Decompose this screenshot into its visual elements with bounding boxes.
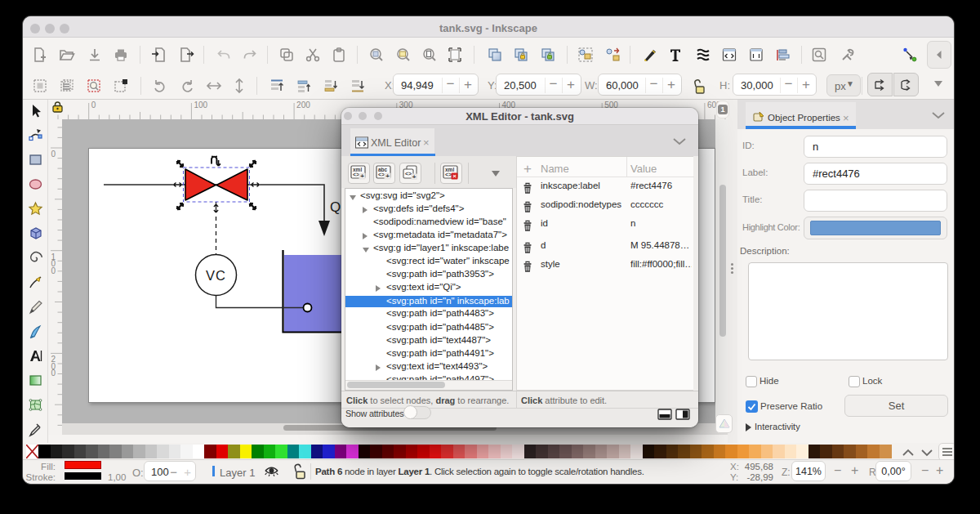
svg-text:0: 0 <box>51 150 56 159</box>
svg-text:<>: <> <box>445 172 452 177</box>
svg-text:0: 0 <box>91 101 96 110</box>
svg-text:+: + <box>412 173 416 181</box>
svg-text:<>: <> <box>405 171 412 177</box>
svg-text:+: + <box>385 172 390 180</box>
svg-text:0: 0 <box>51 266 56 275</box>
svg-text:200: 200 <box>296 101 310 110</box>
svg-text:100: 100 <box>194 101 207 110</box>
svg-text:+: + <box>360 172 364 180</box>
svg-text:×: × <box>452 172 457 180</box>
svg-text:Q: Q <box>330 199 341 215</box>
svg-text:0: 0 <box>51 369 56 378</box>
svg-text:VC: VC <box>206 268 226 283</box>
svg-text:<>: <> <box>378 172 385 177</box>
svg-text:<>: <> <box>353 172 359 177</box>
